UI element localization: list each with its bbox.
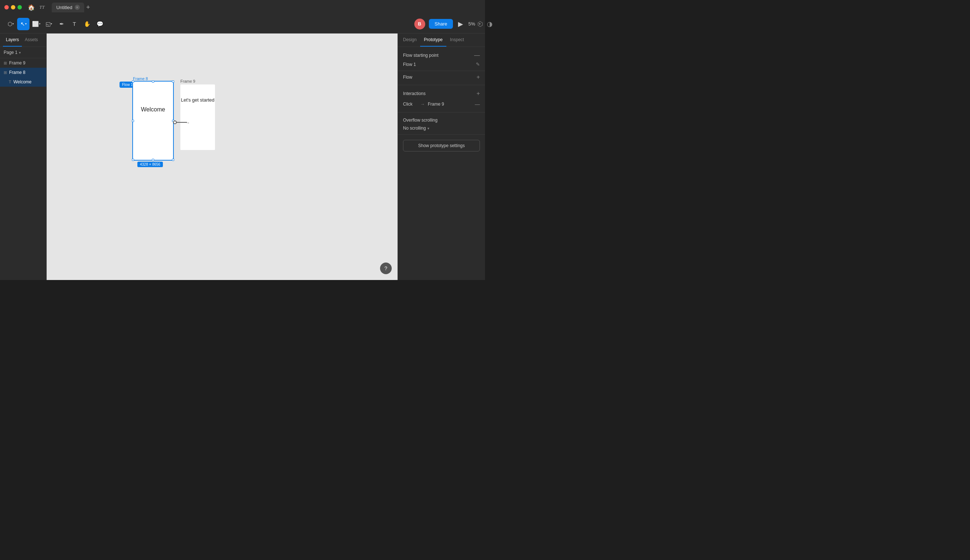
frame8-layer-item[interactable]: ⊞ Frame 8 xyxy=(0,68,46,77)
connector-arrow-icon: → xyxy=(186,120,190,125)
flow-section: Flow + xyxy=(398,71,485,85)
interactions-title: Interactions xyxy=(403,91,426,96)
comment-tool-button[interactable]: 💬 xyxy=(94,18,106,30)
handle-br[interactable] xyxy=(172,159,174,161)
interaction-row: Click → Frame 9 — xyxy=(403,100,480,108)
welcome-layer-item[interactable]: T Welcome xyxy=(0,77,46,87)
tt-label: TT xyxy=(39,4,44,10)
help-button[interactable]: ? xyxy=(380,263,392,274)
layers-tab[interactable]: Layers xyxy=(3,33,22,47)
toolbar-center: ⬡ ◑ xyxy=(477,20,485,28)
interaction-arrow-icon: → xyxy=(420,102,425,107)
page-selector-chevron-icon: ▾ xyxy=(19,51,21,55)
flow-section-header: Flow + xyxy=(403,74,480,80)
play-button[interactable]: ▶ xyxy=(457,20,465,28)
frame8-layer-label: Frame 8 xyxy=(9,70,25,75)
interaction-trigger-click: Click xyxy=(403,102,418,107)
handle-tm[interactable] xyxy=(152,80,154,83)
share-button[interactable]: Share xyxy=(429,19,453,29)
flow-name-label: Flow 1 xyxy=(403,62,416,67)
new-tab-button[interactable]: + xyxy=(84,3,92,11)
select-tool-button[interactable]: ↖▾ xyxy=(17,18,30,30)
app-icon: 🏠 xyxy=(28,4,35,11)
tab-area: Untitled × + xyxy=(52,3,92,12)
frame9-layer-item[interactable]: ⊞ Frame 9 xyxy=(0,58,46,68)
welcome-text: Welcome xyxy=(133,106,173,113)
flow-starting-point-section: Flow starting point — Flow 1 ✎ xyxy=(398,47,485,71)
left-panel: Layers Assets Page 1 ▾ ⊞ Frame 9 ⊞ Frame… xyxy=(0,33,47,280)
minimize-traffic-light[interactable] xyxy=(11,5,15,10)
tab-title: Untitled xyxy=(56,5,72,10)
zoom-level[interactable]: 5% xyxy=(468,21,475,27)
handle-tl[interactable] xyxy=(132,80,134,83)
toolbar: ⬡▾ ↖▾ ⬜▾ ◱▾ ✒ T ✋ 💬 ⬡ ◑ B Share ▶ 5% ▾ xyxy=(0,15,485,33)
toolbar-right: B Share ▶ 5% ▾ xyxy=(414,18,481,30)
welcome-layer-label: Welcome xyxy=(13,79,32,85)
overflow-scrolling-chevron-icon: ▾ xyxy=(427,126,429,130)
panel-tabs: Layers Assets xyxy=(0,33,46,47)
flow-badge-label: Flow 1 xyxy=(122,83,133,87)
traffic-lights xyxy=(4,5,22,10)
frame9-layer-icon: ⊞ xyxy=(3,61,7,65)
welcome-layer-icon: T xyxy=(9,80,11,84)
flow-section-add-icon[interactable]: + xyxy=(477,74,480,80)
shape-tool-button[interactable]: ◱▾ xyxy=(43,18,55,30)
right-panel: Design Prototype Inspect Flow starting p… xyxy=(398,33,485,280)
frame9-layer-label: Frame 9 xyxy=(9,60,25,65)
current-tab[interactable]: Untitled × xyxy=(52,3,84,12)
frame8-layer-icon: ⊞ xyxy=(3,70,7,75)
avatar[interactable]: B xyxy=(414,18,425,30)
frame8-label: Frame 8 xyxy=(133,77,148,81)
text-tool-button[interactable]: T xyxy=(68,18,80,30)
frame9-canvas[interactable] xyxy=(181,85,215,150)
frame-size-badge: 4328 × 8656 xyxy=(137,162,163,167)
connector-line xyxy=(176,122,187,123)
assets-tab[interactable]: Assets xyxy=(22,33,41,47)
canvas-area[interactable]: Frame 8 Frame 9 Flow 1 ▶ Welcome Let's g… xyxy=(47,33,398,280)
handle-bl[interactable] xyxy=(132,159,134,161)
interactions-section: Interactions + Click → Frame 9 — xyxy=(398,85,485,113)
overflow-scrolling-select[interactable]: No scrolling ▾ xyxy=(403,126,480,131)
design-tab[interactable]: Design xyxy=(400,33,420,47)
interactions-header: Interactions + xyxy=(403,90,480,97)
overflow-scrolling-header: Overflow scrolling xyxy=(403,118,480,123)
interaction-remove-icon[interactable]: — xyxy=(475,101,480,107)
move-tool-button[interactable]: ⬡▾ xyxy=(4,18,17,30)
frame8-canvas[interactable] xyxy=(133,82,173,160)
right-panel-tabs: Design Prototype Inspect xyxy=(398,33,485,47)
maximize-traffic-light[interactable] xyxy=(17,5,22,10)
interaction-target-label: Frame 9 xyxy=(428,102,472,107)
overflow-scrolling-section: Overflow scrolling No scrolling ▾ xyxy=(398,113,485,135)
flow-name-row: Flow 1 ✎ xyxy=(403,62,480,67)
flow-starting-point-header: Flow starting point — xyxy=(403,52,480,58)
assets-center-icon[interactable]: ⬡ xyxy=(477,20,483,28)
handle-tr[interactable] xyxy=(172,80,174,83)
overflow-scrolling-value: No scrolling xyxy=(403,126,426,131)
hand-tool-button[interactable]: ✋ xyxy=(81,18,93,30)
close-traffic-light[interactable] xyxy=(4,5,9,10)
tool-group-left: ⬡▾ ↖▾ ⬜▾ ◱▾ ✒ T ✋ 💬 xyxy=(4,18,106,30)
page-selector[interactable]: Page 1 ▾ xyxy=(0,47,46,58)
flow-edit-icon[interactable]: ✎ xyxy=(476,62,480,67)
overflow-scrolling-title: Overflow scrolling xyxy=(403,118,438,123)
inspect-tab[interactable]: Inspect xyxy=(447,33,468,47)
interactions-add-icon[interactable]: + xyxy=(477,90,480,97)
titlebar: 🏠 TT Untitled × + xyxy=(0,0,485,15)
main-layout: Layers Assets Page 1 ▾ ⊞ Frame 9 ⊞ Frame… xyxy=(0,33,485,280)
page-selector-label: Page 1 xyxy=(3,50,17,55)
flow-section-title: Flow xyxy=(403,75,412,80)
flow-starting-point-title: Flow starting point xyxy=(403,53,438,58)
handle-ml[interactable] xyxy=(132,120,134,122)
letsget-text: Let's get started xyxy=(181,97,215,103)
handle-bm[interactable] xyxy=(152,159,154,161)
frame9-label: Frame 9 xyxy=(181,79,195,83)
prototype-tab[interactable]: Prototype xyxy=(420,33,446,47)
prototype-settings-button[interactable]: Show prototype settings xyxy=(403,140,480,152)
tab-close-button[interactable]: × xyxy=(75,5,80,10)
pen-tool-button[interactable]: ✒ xyxy=(55,18,68,30)
frame-tool-button[interactable]: ⬜▾ xyxy=(30,18,42,30)
flow-starting-point-collapse-icon[interactable]: — xyxy=(474,52,480,58)
